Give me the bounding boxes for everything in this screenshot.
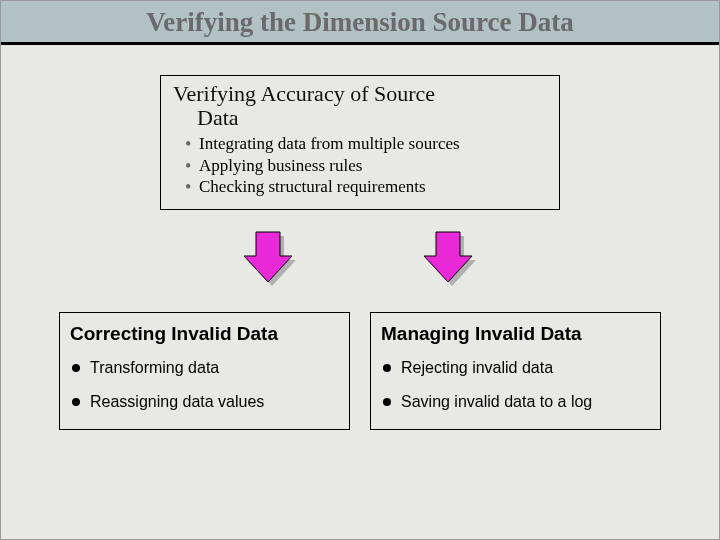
correcting-title: Correcting Invalid Data (70, 323, 339, 345)
page-title: Verifying the Dimension Source Data (1, 7, 719, 38)
slide: Verifying the Dimension Source Data Veri… (0, 0, 720, 540)
title-line-2: Data (173, 106, 549, 130)
verify-accuracy-list: Integrating data from multiple sources A… (171, 134, 549, 197)
verify-accuracy-box: Verifying Accuracy of Source Data Integr… (160, 75, 560, 210)
correcting-box: Correcting Invalid Data Transforming dat… (59, 312, 350, 430)
content-area: Verifying Accuracy of Source Data Integr… (1, 45, 719, 450)
list-item: Integrating data from multiple sources (185, 134, 549, 154)
title-line-1: Verifying Accuracy of Source (173, 81, 435, 106)
list-item: Transforming data (70, 359, 339, 377)
list-item: Saving invalid data to a log (381, 393, 650, 411)
managing-title: Managing Invalid Data (381, 323, 650, 345)
correcting-list: Transforming data Reassigning data value… (70, 359, 339, 411)
down-arrow-icon (420, 228, 476, 286)
list-item: Checking structural requirements (185, 177, 549, 197)
down-arrow-right (420, 228, 480, 290)
managing-list: Rejecting invalid data Saving invalid da… (381, 359, 650, 411)
list-item: Applying business rules (185, 156, 549, 176)
list-item: Reassigning data values (70, 393, 339, 411)
arrow-row (51, 228, 669, 290)
header-bar: Verifying the Dimension Source Data (1, 1, 719, 42)
bottom-row: Correcting Invalid Data Transforming dat… (51, 312, 669, 430)
verify-accuracy-title: Verifying Accuracy of Source Data (171, 82, 549, 130)
list-item: Rejecting invalid data (381, 359, 650, 377)
down-arrow-left (240, 228, 300, 290)
down-arrow-icon (240, 228, 296, 286)
managing-box: Managing Invalid Data Rejecting invalid … (370, 312, 661, 430)
